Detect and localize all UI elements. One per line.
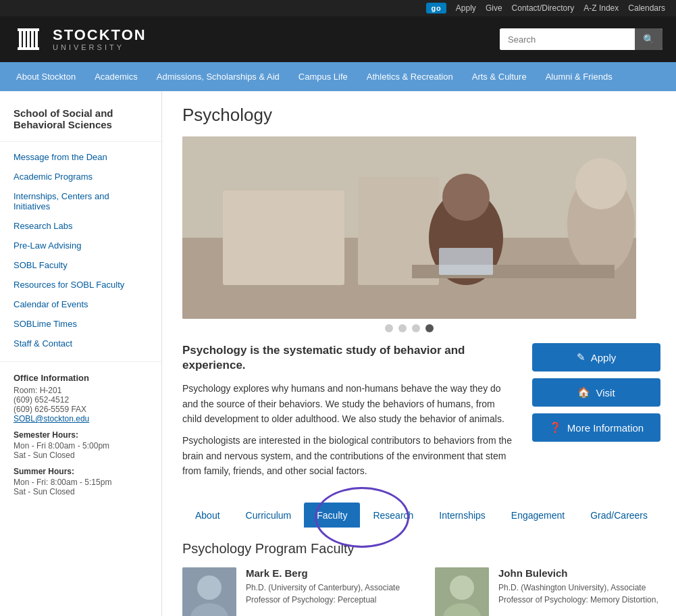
tab-faculty[interactable]: Faculty — [304, 503, 360, 528]
nav-academics[interactable]: Academics — [85, 62, 147, 91]
sidebar-item-research[interactable]: Research Labs — [0, 216, 161, 236]
action-buttons: ✎ Apply 🏠 Visit ❓ More Information — [532, 343, 660, 486]
sidebar-item-programs[interactable]: Academic Programs — [0, 167, 161, 186]
office-email[interactable]: SOBL@stockton.edu — [14, 414, 89, 424]
faculty-photo-0 — [182, 567, 236, 616]
search-input[interactable] — [500, 29, 635, 50]
sidebar-item-events[interactable]: Calendar of Events — [0, 294, 161, 314]
faculty-heading: Psychology Program Faculty — [182, 541, 660, 557]
faculty-name-1: John Bulevich — [498, 567, 660, 579]
sidebar: School of Social andBehavioral Sciences … — [0, 91, 162, 616]
more-info-button[interactable]: ❓ More Information — [532, 413, 660, 442]
svg-rect-6 — [18, 28, 39, 31]
office-room: Room: H-201 — [14, 386, 148, 395]
logo-name: STOCKTON — [53, 27, 147, 43]
go-button[interactable]: go — [426, 3, 446, 14]
sidebar-nav: Message from the Dean Academic Programs … — [0, 147, 161, 353]
top-az-link[interactable]: A-Z Index — [583, 3, 619, 13]
sidebar-item-resources[interactable]: Resources for SOBL Faculty — [0, 275, 161, 294]
faculty-info-0: Mark E. Berg Ph.D. (University of Canter… — [246, 567, 408, 616]
semester-weekend: Sat - Sun Closed — [14, 451, 148, 460]
top-utility-bar: go Apply Give Contact/Directory A-Z Inde… — [0, 0, 676, 16]
sidebar-item-soblime[interactable]: SOBLime Times — [0, 314, 161, 334]
apply-button[interactable]: ✎ Apply — [532, 343, 660, 371]
semester-hours-title: Semester Hours: — [14, 430, 148, 440]
sidebar-office-info: Office Information Room: H-201 (609) 652… — [0, 361, 161, 507]
tab-engagement[interactable]: Engagement — [498, 503, 577, 528]
info-icon: ❓ — [549, 421, 562, 434]
carousel-photo — [182, 136, 636, 319]
tabs-container: About Curriculum Faculty Research Intern… — [182, 502, 660, 528]
svg-rect-7 — [18, 47, 39, 50]
svg-point-22 — [450, 575, 474, 600]
svg-point-13 — [442, 174, 490, 221]
home-icon: 🏠 — [577, 386, 590, 399]
svg-point-19 — [197, 575, 222, 600]
dot-1[interactable] — [385, 324, 393, 332]
top-apply-link[interactable]: Apply — [456, 3, 476, 13]
site-header: STOCKTON UNIVERSITY 🔍 — [0, 16, 676, 62]
top-give-link[interactable]: Give — [486, 3, 502, 13]
carousel-image — [182, 136, 636, 319]
more-info-label: More Information — [567, 422, 644, 434]
svg-point-15 — [575, 158, 627, 209]
svg-rect-17 — [439, 248, 493, 275]
para-1: Psychology explores why humans and non-h… — [182, 381, 512, 426]
dot-4[interactable] — [425, 324, 434, 332]
logo-icon — [14, 23, 46, 55]
tab-grad-careers[interactable]: Grad/Careers — [577, 503, 660, 528]
nav-alumni[interactable]: Alumni & Friends — [536, 62, 622, 91]
page-container: School of Social andBehavioral Sciences … — [0, 91, 676, 616]
pencil-icon: ✎ — [577, 351, 586, 363]
faculty-card-0: Mark E. Berg Ph.D. (University of Canter… — [182, 567, 408, 616]
para-2: Psychologists are interested in the biol… — [182, 433, 512, 478]
sidebar-item-internships[interactable]: Internships, Centers and Initiatives — [0, 186, 161, 216]
visit-button[interactable]: 🏠 Visit — [532, 378, 660, 407]
sidebar-item-faculty[interactable]: SOBL Faculty — [0, 255, 161, 275]
top-contact-link[interactable]: Contact/Directory — [512, 3, 575, 13]
main-nav: About Stockton Academics Admissions, Sch… — [0, 62, 676, 91]
summer-hours-title: Summer Hours: — [14, 467, 148, 476]
tab-internships[interactable]: Internships — [426, 503, 498, 528]
page-title: Psychology — [182, 105, 660, 126]
desc-text: Psychology is the systematic study of be… — [182, 343, 512, 486]
faculty-name-0: Mark E. Berg — [246, 567, 408, 579]
summer-weekend: Sat - Sun Closed — [14, 487, 148, 496]
svg-rect-5 — [35, 30, 38, 49]
sidebar-item-prelaw[interactable]: Pre-Law Advising — [0, 236, 161, 255]
nav-admissions[interactable]: Admissions, Scholarships & Aid — [147, 62, 289, 91]
faculty-bio-1: Ph.D. (Washington University), Associate… — [498, 582, 660, 606]
tab-curriculum[interactable]: Curriculum — [233, 503, 305, 528]
tab-research[interactable]: Research — [360, 503, 426, 528]
faculty-grid: Mark E. Berg Ph.D. (University of Canter… — [182, 567, 660, 616]
search-form[interactable]: 🔍 — [500, 28, 662, 50]
dot-3[interactable] — [412, 324, 420, 332]
svg-rect-2 — [23, 30, 26, 49]
svg-rect-3 — [27, 30, 30, 49]
sidebar-item-contact[interactable]: Staff & Contact — [0, 334, 161, 353]
search-button[interactable]: 🔍 — [635, 28, 662, 50]
top-calendars-link[interactable]: Calendars — [628, 3, 665, 13]
faculty-bio-0: Ph.D. (University of Canterbury), Associ… — [246, 582, 408, 606]
site-logo[interactable]: STOCKTON UNIVERSITY — [14, 23, 147, 55]
svg-rect-4 — [31, 30, 34, 49]
sidebar-item-dean[interactable]: Message from the Dean — [0, 147, 161, 167]
nav-about-stockton[interactable]: About Stockton — [7, 62, 85, 91]
tab-about[interactable]: About — [182, 503, 233, 528]
nav-arts[interactable]: Arts & Culture — [463, 62, 536, 91]
summer-weekday: Mon - Fri: 8:00am - 5:15pm — [14, 478, 148, 487]
nav-campus-life[interactable]: Campus Life — [289, 62, 357, 91]
svg-rect-1 — [19, 30, 22, 49]
office-phone: (609) 652-4512 — [14, 395, 148, 405]
svg-rect-10 — [223, 190, 344, 285]
office-info-title: Office Information — [14, 373, 148, 383]
semester-weekday: Mon - Fri 8:00am - 5:00pm — [14, 441, 148, 451]
faculty-card-1: John Bulevich Ph.D. (Washington Universi… — [435, 567, 660, 616]
visit-label: Visit — [596, 387, 615, 399]
carousel — [182, 136, 636, 332]
nav-athletics[interactable]: Athletics & Recreation — [357, 62, 463, 91]
sidebar-title: School of Social andBehavioral Sciences — [0, 102, 161, 142]
dot-2[interactable] — [398, 324, 407, 332]
logo-sub: UNIVERSITY — [53, 43, 147, 51]
main-content: Psychology — [162, 91, 676, 616]
